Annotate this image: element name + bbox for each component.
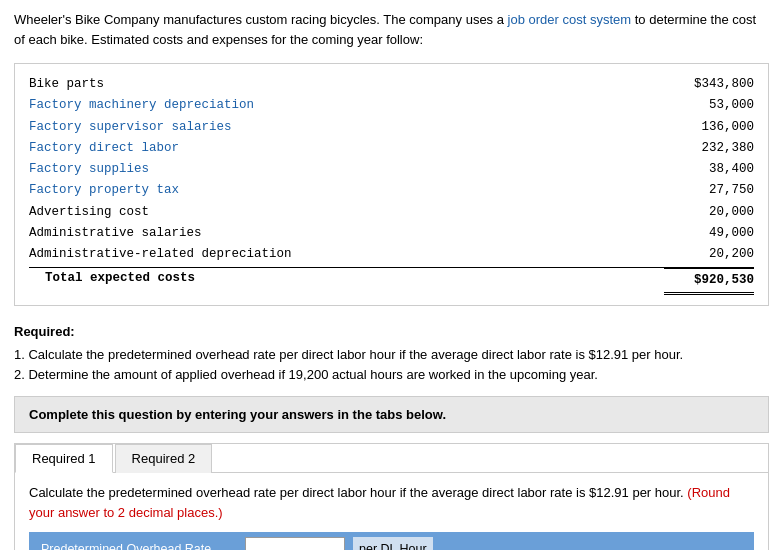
cost-label-admin-salaries: Administrative salaries <box>29 223 202 244</box>
tab-required-1[interactable]: Required 1 <box>15 444 113 473</box>
required-item-2: 2. Determine the amount of applied overh… <box>14 365 769 385</box>
cost-label-supplies: Factory supplies <box>29 159 149 180</box>
cost-amount-factory-mach: 53,000 <box>664 95 754 116</box>
cost-label-advertising: Advertising cost <box>29 202 149 223</box>
cost-amount-direct-labor: 232,380 <box>664 138 754 159</box>
cost-row-supervisor: Factory supervisor salaries 136,000 <box>29 117 754 138</box>
complete-instruction-text: Complete this question by entering your … <box>29 407 446 422</box>
cost-amount-admin-salaries: 49,000 <box>664 223 754 244</box>
required-item-1: 1. Calculate the predetermined overhead … <box>14 345 769 365</box>
predetermined-rate-label: Predetermined Overhead Rate <box>37 540 237 550</box>
cost-row-total: Total expected costs $920,530 <box>29 267 754 294</box>
cost-row-direct-labor: Factory direct labor 232,380 <box>29 138 754 159</box>
cost-label-property-tax: Factory property tax <box>29 180 179 201</box>
cost-row-admin-depreciation: Administrative-related depreciation 20,2… <box>29 244 754 265</box>
cost-row-supplies: Factory supplies 38,400 <box>29 159 754 180</box>
tab-instruction: Calculate the predetermined overhead rat… <box>29 483 754 522</box>
cost-amount-admin-depreciation: 20,200 <box>664 244 754 265</box>
per-dl-hour-label: per DL Hour <box>353 537 433 550</box>
cost-row-admin-salaries: Administrative salaries 49,000 <box>29 223 754 244</box>
cost-row-advertising: Advertising cost 20,000 <box>29 202 754 223</box>
cost-row-bike-parts: Bike parts $343,800 <box>29 74 754 95</box>
cost-amount-bike-parts: $343,800 <box>664 74 754 95</box>
cost-label-admin-depreciation: Administrative-related depreciation <box>29 244 292 265</box>
cost-label-total: Total expected costs <box>29 268 195 294</box>
cost-amount-property-tax: 27,750 <box>664 180 754 201</box>
cost-amount-advertising: 20,000 <box>664 202 754 223</box>
tab1-content: Calculate the predetermined overhead rat… <box>15 473 768 550</box>
complete-instruction-box: Complete this question by entering your … <box>14 396 769 433</box>
predetermined-rate-row: Predetermined Overhead Rate per DL Hour <box>29 532 754 550</box>
cost-amount-supplies: 38,400 <box>664 159 754 180</box>
cost-amount-supervisor: 136,000 <box>664 117 754 138</box>
cost-label-factory-mach: Factory machinery depreciation <box>29 95 254 116</box>
cost-label-supervisor: Factory supervisor salaries <box>29 117 232 138</box>
cost-label-bike-parts: Bike parts <box>29 74 104 95</box>
tabs-header: Required 1 Required 2 <box>15 444 768 473</box>
required-title: Required: <box>14 322 769 342</box>
cost-row-factory-mach: Factory machinery depreciation 53,000 <box>29 95 754 116</box>
intro-paragraph: Wheeler's Bike Company manufactures cust… <box>14 10 769 49</box>
cost-label-direct-labor: Factory direct labor <box>29 138 179 159</box>
tab-required-2[interactable]: Required 2 <box>115 444 213 473</box>
cost-amount-total: $920,530 <box>664 268 754 294</box>
predetermined-rate-input[interactable] <box>245 537 345 550</box>
cost-row-property-tax: Factory property tax 27,750 <box>29 180 754 201</box>
tabs-container: Required 1 Required 2 Calculate the pred… <box>14 443 769 550</box>
required-section: Required: 1. Calculate the predetermined… <box>14 322 769 385</box>
cost-table: Bike parts $343,800 Factory machinery de… <box>14 63 769 306</box>
